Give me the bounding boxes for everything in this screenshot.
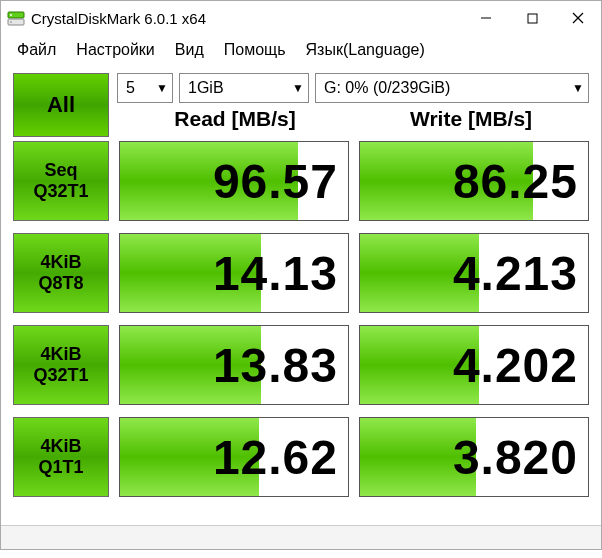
test-label-line2: Q8T8 [38, 273, 83, 294]
chevron-down-icon: ▼ [156, 81, 168, 95]
read-header: Read [MB/s] [117, 107, 353, 137]
menu-settings[interactable]: Настройки [66, 39, 164, 61]
test-label-line1: Seq [44, 160, 77, 181]
write-value-cell: 3.820 [359, 417, 589, 497]
content-area: All 5 ▼ 1GiB ▼ G: 0% (0/239GiB) ▼ [1, 67, 601, 521]
statusbar [1, 525, 601, 549]
run-test-button[interactable]: 4KiBQ8T8 [13, 233, 109, 313]
minimize-button[interactable] [463, 3, 509, 33]
svg-point-3 [10, 21, 12, 23]
close-button[interactable] [555, 3, 601, 33]
read-value-cell: 14.13 [119, 233, 349, 313]
menu-file[interactable]: Файл [7, 39, 66, 61]
menu-language[interactable]: Язык(Language) [296, 39, 435, 61]
titlebar: CrystalDiskMark 6.0.1 x64 [1, 1, 601, 35]
svg-point-2 [10, 14, 12, 16]
test-count-value: 5 [126, 79, 135, 97]
window-title: CrystalDiskMark 6.0.1 x64 [31, 10, 206, 27]
write-value-cell: 86.25 [359, 141, 589, 221]
read-value: 13.83 [213, 338, 338, 393]
test-size-select[interactable]: 1GiB ▼ [179, 73, 309, 103]
test-label-line1: 4KiB [40, 252, 81, 273]
read-value-cell: 12.62 [119, 417, 349, 497]
write-value: 3.820 [453, 430, 578, 485]
write-value-cell: 4.202 [359, 325, 589, 405]
result-row: 4KiBQ1T112.623.820 [13, 417, 589, 497]
chevron-down-icon: ▼ [572, 81, 584, 95]
app-window: CrystalDiskMark 6.0.1 x64 Файл Настройки… [0, 0, 602, 550]
write-value-cell: 4.213 [359, 233, 589, 313]
menubar: Файл Настройки Вид Помощь Язык(Language) [1, 35, 601, 67]
test-label-line1: 4KiB [40, 344, 81, 365]
test-label-line2: Q1T1 [38, 457, 83, 478]
menu-help[interactable]: Помощь [214, 39, 296, 61]
drive-select[interactable]: G: 0% (0/239GiB) ▼ [315, 73, 589, 103]
test-label-line1: 4KiB [40, 436, 81, 457]
run-test-button[interactable]: 4KiBQ32T1 [13, 325, 109, 405]
maximize-button[interactable] [509, 3, 555, 33]
drive-value: G: 0% (0/239GiB) [324, 79, 450, 97]
svg-rect-5 [528, 14, 537, 23]
test-label-line2: Q32T1 [33, 181, 88, 202]
write-value: 4.213 [453, 246, 578, 301]
chevron-down-icon: ▼ [292, 81, 304, 95]
test-size-value: 1GiB [188, 79, 224, 97]
app-icon [7, 9, 25, 27]
result-row: 4KiBQ32T113.834.202 [13, 325, 589, 405]
run-test-button[interactable]: 4KiBQ1T1 [13, 417, 109, 497]
write-header: Write [MB/s] [353, 107, 589, 137]
test-label-line2: Q32T1 [33, 365, 88, 386]
write-value: 4.202 [453, 338, 578, 393]
read-value: 14.13 [213, 246, 338, 301]
window-controls [463, 3, 601, 33]
run-all-label: All [47, 92, 75, 118]
run-all-button[interactable]: All [13, 73, 109, 137]
read-value: 96.57 [213, 154, 338, 209]
menu-view[interactable]: Вид [165, 39, 214, 61]
write-value: 86.25 [453, 154, 578, 209]
read-value-cell: 13.83 [119, 325, 349, 405]
top-controls-row: All 5 ▼ 1GiB ▼ G: 0% (0/239GiB) ▼ [13, 73, 589, 137]
result-row: 4KiBQ8T814.134.213 [13, 233, 589, 313]
run-test-button[interactable]: SeqQ32T1 [13, 141, 109, 221]
test-count-select[interactable]: 5 ▼ [117, 73, 173, 103]
read-value: 12.62 [213, 430, 338, 485]
read-value-cell: 96.57 [119, 141, 349, 221]
result-row: SeqQ32T196.5786.25 [13, 141, 589, 221]
